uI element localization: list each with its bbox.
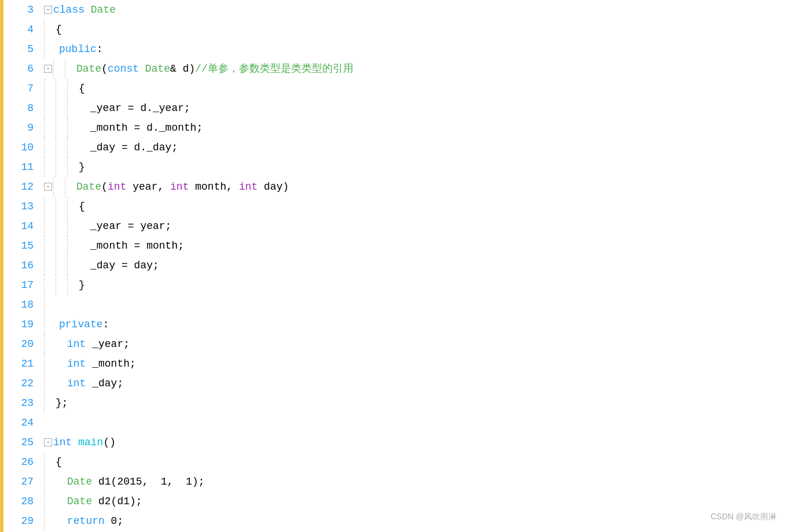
code-container: 3 4 5 6 7 8 9 10 11 12 13 14 15 16 17 18… <box>0 0 788 532</box>
code-area: - class Date { public: - Date(const Date… <box>38 0 788 532</box>
ln-19: 19 <box>3 315 34 334</box>
ln-9: 9 <box>3 118 34 138</box>
ln-21: 21 <box>3 354 34 374</box>
ln-3: 3 <box>3 0 34 20</box>
ln-25: 25 <box>3 433 34 452</box>
line-20: int _year; <box>44 334 788 354</box>
line-numbers: 3 4 5 6 7 8 9 10 11 12 13 14 15 16 17 18… <box>3 0 38 532</box>
collapse-btn-copy-ctor[interactable]: - <box>44 65 52 73</box>
line-15: _month = month; <box>44 236 788 256</box>
ln-20: 20 <box>3 334 34 354</box>
line-3: - class Date <box>44 0 788 20</box>
line-22: int _day; <box>44 374 788 393</box>
line-29: return 0; <box>44 511 788 531</box>
collapse-btn-class[interactable]: - <box>44 6 52 14</box>
ln-7: 7 <box>3 79 34 98</box>
line-21: int _month; <box>44 354 788 374</box>
line-10: _day = d._day; <box>44 138 788 157</box>
ln-28: 28 <box>3 492 34 511</box>
collapse-btn-param-ctor[interactable]: - <box>44 183 52 191</box>
ln-11: 11 <box>3 157 34 177</box>
line-13: { <box>44 197 788 216</box>
ln-5: 5 <box>3 39 34 59</box>
ln-13: 13 <box>3 197 34 216</box>
ln-16: 16 <box>3 256 34 275</box>
line-25: - int main() <box>44 433 788 452</box>
line-5: public: <box>44 39 788 59</box>
line-19: private: <box>44 315 788 334</box>
ln-12: 12 <box>3 177 34 197</box>
line-24 <box>44 413 788 433</box>
ln-6: 6 <box>3 59 34 79</box>
line-9: _month = d._month; <box>44 118 788 138</box>
ln-26: 26 <box>3 452 34 472</box>
line-6: - Date(const Date& d)//单参，参数类型是类类型的引用 <box>44 59 788 79</box>
ln-14: 14 <box>3 216 34 236</box>
line-26: { <box>44 452 788 472</box>
ln-22: 22 <box>3 374 34 393</box>
ln-10: 10 <box>3 138 34 157</box>
line-23: }; <box>44 393 788 413</box>
line-12: - Date(int year, int month, int day) <box>44 177 788 197</box>
line-11: } <box>44 157 788 177</box>
line-4: { <box>44 20 788 39</box>
line-16: _day = day; <box>44 256 788 275</box>
line-18 <box>44 295 788 315</box>
ln-24: 24 <box>3 413 34 433</box>
ln-8: 8 <box>3 98 34 118</box>
ln-27: 27 <box>3 472 34 492</box>
line-27: Date d1(2015, 1, 1); <box>44 472 788 492</box>
line-8: _year = d._year; <box>44 98 788 118</box>
ln-15: 15 <box>3 236 34 256</box>
line-7: { <box>44 79 788 98</box>
ln-17: 17 <box>3 275 34 295</box>
watermark: CSDN @风吹雨淋 <box>710 507 776 526</box>
collapse-btn-main[interactable]: - <box>44 438 52 446</box>
ln-23: 23 <box>3 393 34 413</box>
ln-29: 29 <box>3 511 34 531</box>
line-28: Date d2(d1); <box>44 492 788 511</box>
line-17: } <box>44 275 788 295</box>
ln-4: 4 <box>3 20 34 39</box>
line-14: _year = year; <box>44 216 788 236</box>
ln-18: 18 <box>3 295 34 315</box>
